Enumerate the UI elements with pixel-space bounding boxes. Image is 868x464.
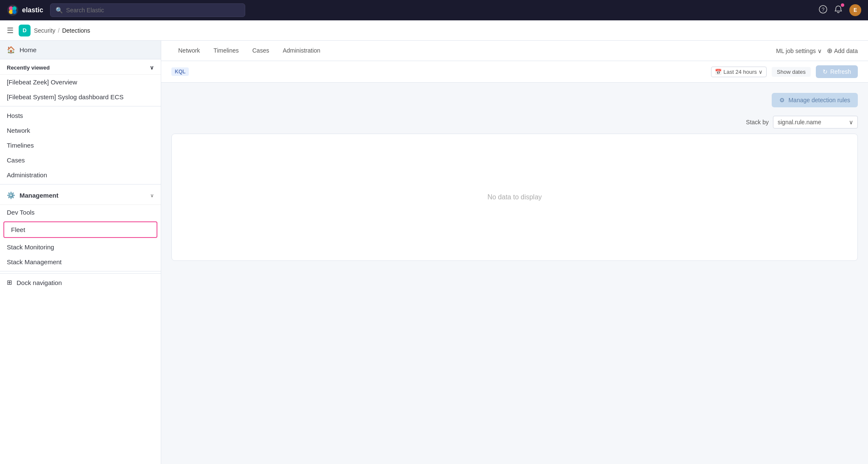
tab-cases[interactable]: Cases bbox=[246, 41, 276, 61]
logo-text: elastic bbox=[22, 6, 43, 14]
recently-viewed-section: Recently viewed ∨ bbox=[0, 59, 161, 75]
tab-nav: Network Timelines Cases Administration M… bbox=[161, 41, 868, 61]
kql-badge[interactable]: KQL bbox=[171, 67, 189, 76]
filter-bar: KQL 📅 Last 24 hours ∨ Show dates ↻ Refre… bbox=[161, 61, 868, 83]
help-icon[interactable]: ? bbox=[819, 5, 827, 16]
sidebar-divider bbox=[0, 106, 161, 106]
plus-circle-icon: ⊕ bbox=[827, 47, 832, 55]
breadcrumb: Security / Detections bbox=[34, 27, 90, 34]
search-bar[interactable]: 🔍 bbox=[50, 3, 245, 17]
stack-by-select[interactable]: signal.rule.name ∨ bbox=[773, 116, 858, 129]
sidebar-item-stack-monitoring[interactable]: Stack Monitoring bbox=[0, 240, 161, 254]
chevron-down-icon: ∨ bbox=[759, 69, 763, 75]
manage-detection-rules-button[interactable]: ⚙ Manage detection rules bbox=[772, 93, 858, 107]
gear-icon: ⚙ bbox=[779, 97, 785, 103]
manage-rules-area: ⚙ Manage detection rules bbox=[171, 93, 858, 107]
dock-icon: ⊞ bbox=[7, 279, 12, 286]
no-data-panel: No data to display bbox=[171, 134, 858, 261]
sidebar-home-label: Home bbox=[20, 46, 36, 53]
breadcrumb-separator: / bbox=[58, 27, 60, 34]
show-dates-button[interactable]: Show dates bbox=[772, 67, 811, 77]
tab-administration[interactable]: Administration bbox=[276, 41, 327, 61]
add-data-button[interactable]: ⊕ Add data bbox=[827, 47, 858, 55]
stack-by-label: Stack by bbox=[746, 119, 769, 126]
sidebar: 🏠 Home Recently viewed ∨ [Filebeat Zeek]… bbox=[0, 41, 161, 464]
hamburger-menu[interactable]: ☰ bbox=[7, 26, 14, 35]
stack-by-value: signal.rule.name bbox=[778, 119, 821, 126]
chevron-down-icon: ∨ bbox=[849, 119, 853, 126]
breadcrumb-bar: ☰ D Security / Detections bbox=[0, 20, 868, 41]
sidebar-divider-3 bbox=[0, 271, 161, 271]
gear-icon: ⚙️ bbox=[7, 191, 15, 199]
chevron-down-icon: ∨ bbox=[150, 193, 154, 198]
tab-actions: ML job settings ∨ ⊕ Add data bbox=[776, 47, 858, 55]
recently-viewed-label: Recently viewed bbox=[7, 64, 50, 71]
time-range-label: Last 24 hours bbox=[723, 69, 757, 75]
sidebar-divider-2 bbox=[0, 184, 161, 184]
chevron-down-icon: ∨ bbox=[818, 48, 822, 54]
sidebar-item-home[interactable]: 🏠 Home bbox=[0, 41, 161, 59]
dock-navigation[interactable]: ⊞ Dock navigation bbox=[0, 273, 161, 291]
management-header-left: ⚙️ Management bbox=[7, 191, 59, 199]
ml-settings-label: ML job settings bbox=[776, 48, 816, 54]
breadcrumb-current: Detections bbox=[62, 27, 90, 34]
user-avatar[interactable]: E bbox=[849, 4, 861, 16]
sidebar-item-dev-tools[interactable]: Dev Tools bbox=[0, 205, 161, 220]
logo-area[interactable]: elastic bbox=[7, 4, 43, 16]
no-data-text: No data to display bbox=[487, 193, 542, 201]
svg-text:?: ? bbox=[822, 7, 825, 13]
search-icon: 🔍 bbox=[56, 7, 63, 14]
sidebar-item-stack-management[interactable]: Stack Management bbox=[0, 254, 161, 269]
ml-job-settings-button[interactable]: ML job settings ∨ bbox=[776, 48, 822, 54]
search-input[interactable] bbox=[66, 7, 240, 14]
elastic-logo-icon bbox=[7, 4, 19, 16]
add-data-label: Add data bbox=[834, 48, 858, 54]
refresh-label: Refresh bbox=[830, 68, 851, 75]
page-content: ⚙ Manage detection rules Stack by signal… bbox=[161, 83, 868, 464]
topbar-right: ? E bbox=[819, 4, 861, 16]
list-item[interactable]: [Filebeat Zeek] Overview bbox=[0, 75, 161, 89]
chevron-down-icon[interactable]: ∨ bbox=[150, 64, 154, 71]
stack-by-bar: Stack by signal.rule.name ∨ bbox=[171, 116, 858, 129]
sidebar-item-cases[interactable]: Cases bbox=[0, 153, 161, 168]
sidebar-item-fleet[interactable]: Fleet bbox=[3, 221, 157, 238]
breadcrumb-badge: D bbox=[19, 25, 31, 36]
tab-network[interactable]: Network bbox=[171, 41, 207, 61]
notifications-icon[interactable] bbox=[834, 5, 843, 16]
list-item[interactable]: [Filebeat System] Syslog dashboard ECS bbox=[0, 89, 161, 104]
breadcrumb-parent[interactable]: Security bbox=[34, 27, 56, 34]
svg-point-4 bbox=[12, 10, 17, 14]
content-area: Network Timelines Cases Administration M… bbox=[161, 41, 868, 464]
tab-timelines[interactable]: Timelines bbox=[207, 41, 245, 61]
calendar-icon: 📅 bbox=[715, 69, 722, 75]
sidebar-item-administration[interactable]: Administration bbox=[0, 168, 161, 182]
refresh-icon: ↻ bbox=[823, 68, 828, 75]
dock-nav-label: Dock navigation bbox=[17, 279, 62, 286]
sidebar-item-network[interactable]: Network bbox=[0, 123, 161, 138]
sidebar-item-hosts[interactable]: Hosts bbox=[0, 108, 161, 123]
home-icon: 🏠 bbox=[7, 46, 15, 54]
management-section-header[interactable]: ⚙️ Management ∨ bbox=[0, 186, 161, 205]
time-range-picker[interactable]: 📅 Last 24 hours ∨ bbox=[711, 67, 767, 77]
sidebar-item-timelines[interactable]: Timelines bbox=[0, 138, 161, 153]
notification-badge bbox=[841, 3, 844, 7]
main-layout: 🏠 Home Recently viewed ∨ [Filebeat Zeek]… bbox=[0, 41, 868, 464]
management-label: Management bbox=[20, 192, 59, 199]
refresh-button[interactable]: ↻ Refresh bbox=[816, 65, 858, 78]
topbar: elastic 🔍 ? E bbox=[0, 0, 868, 20]
filter-input[interactable] bbox=[194, 68, 706, 75]
svg-point-0 bbox=[7, 5, 18, 16]
manage-rules-label: Manage detection rules bbox=[788, 97, 850, 103]
